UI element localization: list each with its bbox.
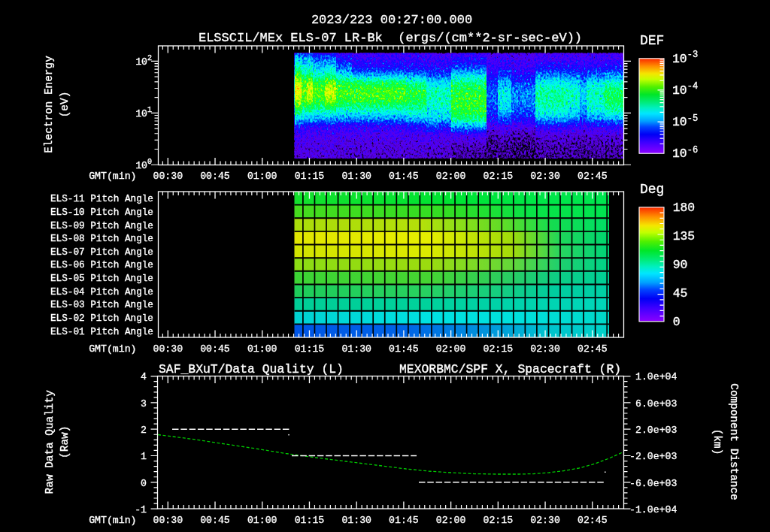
svg-text:2.0e+03: 2.0e+03 [635, 425, 677, 436]
svg-text:ELS-06 Pitch Angle: ELS-06 Pitch Angle [50, 259, 153, 271]
svg-text:45: 45 [673, 286, 688, 301]
svg-text:02:15: 02:15 [484, 515, 514, 526]
svg-text:ELS-07 Pitch Angle: ELS-07 Pitch Angle [50, 246, 153, 258]
svg-text:ELS-04 Pitch Angle: ELS-04 Pitch Angle [50, 286, 153, 298]
svg-text:(Raw): (Raw) [59, 426, 71, 458]
svg-text:02:45: 02:45 [578, 343, 608, 355]
svg-text:01:45: 01:45 [389, 343, 419, 355]
svg-text:(eV): (eV) [59, 92, 71, 118]
svg-text:02:45: 02:45 [578, 171, 608, 182]
svg-text:GMT(min): GMT(min) [89, 343, 136, 355]
svg-text:ELS-05 Pitch Angle: ELS-05 Pitch Angle [50, 273, 153, 284]
svg-text:01:30: 01:30 [341, 171, 371, 182]
svg-text:4: 4 [141, 371, 147, 382]
svg-text:Raw Data Quality: Raw Data Quality [44, 390, 56, 494]
svg-text:ELS-02 Pitch Angle: ELS-02 Pitch Angle [50, 313, 153, 324]
svg-text:00:30: 00:30 [153, 171, 183, 182]
svg-text:ELS-08 Pitch Angle: ELS-08 Pitch Angle [50, 233, 153, 244]
svg-text:6.0e+03: 6.0e+03 [635, 398, 677, 410]
svg-text:01:30: 01:30 [341, 515, 371, 526]
svg-text:01:15: 01:15 [295, 515, 325, 526]
svg-text:1: 1 [141, 451, 147, 462]
svg-text:(km): (km) [711, 429, 723, 455]
svg-text:01:45: 01:45 [389, 171, 419, 182]
svg-text:02:30: 02:30 [530, 171, 560, 182]
svg-text:MEXORBMC/SPF X, Spacecraft (R): MEXORBMC/SPF X, Spacecraft (R) [399, 362, 621, 376]
svg-text:02:00: 02:00 [436, 171, 466, 182]
svg-text:GMT(min): GMT(min) [89, 171, 136, 182]
svg-text:-6.0e+03: -6.0e+03 [629, 478, 677, 489]
svg-text:00:45: 00:45 [200, 343, 230, 355]
svg-text:2023/223 00:27:00.000: 2023/223 00:27:00.000 [311, 13, 472, 27]
svg-text:02:15: 02:15 [484, 343, 514, 355]
svg-text:ELS-03 Pitch Angle: ELS-03 Pitch Angle [50, 299, 153, 310]
svg-text:01:00: 01:00 [247, 343, 277, 355]
svg-text:GMT(min): GMT(min) [89, 515, 136, 526]
svg-text:01:30: 01:30 [341, 343, 371, 355]
svg-text:180: 180 [673, 201, 696, 215]
svg-text:Electron Energy: Electron Energy [43, 56, 55, 153]
svg-text:Deg: Deg [640, 182, 664, 197]
svg-text:-1: -1 [135, 504, 147, 515]
svg-text:0: 0 [141, 478, 147, 489]
svg-text:02:00: 02:00 [436, 343, 466, 355]
svg-text:-2.0e+03: -2.0e+03 [629, 451, 677, 462]
svg-text:02:00: 02:00 [436, 515, 466, 526]
svg-text:01:15: 01:15 [295, 171, 325, 182]
svg-text:01:00: 01:00 [247, 171, 277, 182]
svg-text:ELSSCIL/MEx ELS-07 LR-Bk (erg: ELSSCIL/MEx ELS-07 LR-Bk (ergs/(cm**2-sr… [199, 31, 582, 45]
svg-text:01:45: 01:45 [389, 515, 419, 526]
svg-text:01:00: 01:00 [247, 515, 277, 526]
svg-text:00:30: 00:30 [153, 343, 183, 355]
svg-text:ELS-10 Pitch Angle: ELS-10 Pitch Angle [50, 207, 153, 218]
svg-text:02:45: 02:45 [578, 515, 608, 526]
svg-text:ELS-11 Pitch Angle: ELS-11 Pitch Angle [50, 193, 153, 204]
svg-text:00:45: 00:45 [200, 171, 230, 182]
svg-text:01:15: 01:15 [295, 343, 325, 355]
svg-text:ELS-09 Pitch Angle: ELS-09 Pitch Angle [50, 220, 153, 231]
svg-text:02:30: 02:30 [530, 515, 560, 526]
svg-text:90: 90 [673, 258, 688, 272]
svg-text:-1.0e+04: -1.0e+04 [629, 504, 677, 515]
svg-text:DEF: DEF [640, 33, 664, 48]
svg-text:00:30: 00:30 [153, 515, 183, 526]
svg-text:SAF_BXuT/Data Quality (L): SAF_BXuT/Data Quality (L) [159, 362, 344, 376]
svg-text:02:30: 02:30 [530, 343, 560, 355]
svg-text:02:15: 02:15 [484, 171, 514, 182]
svg-text:0: 0 [673, 315, 681, 329]
svg-text:00:45: 00:45 [200, 515, 230, 526]
svg-text:Component Distance: Component Distance [728, 383, 740, 500]
svg-text:2: 2 [141, 425, 147, 436]
svg-text:135: 135 [673, 229, 696, 243]
svg-text:ELS-01 Pitch Angle: ELS-01 Pitch Angle [50, 326, 153, 337]
svg-text:1.0e+04: 1.0e+04 [635, 371, 677, 382]
svg-text:3: 3 [141, 398, 147, 410]
